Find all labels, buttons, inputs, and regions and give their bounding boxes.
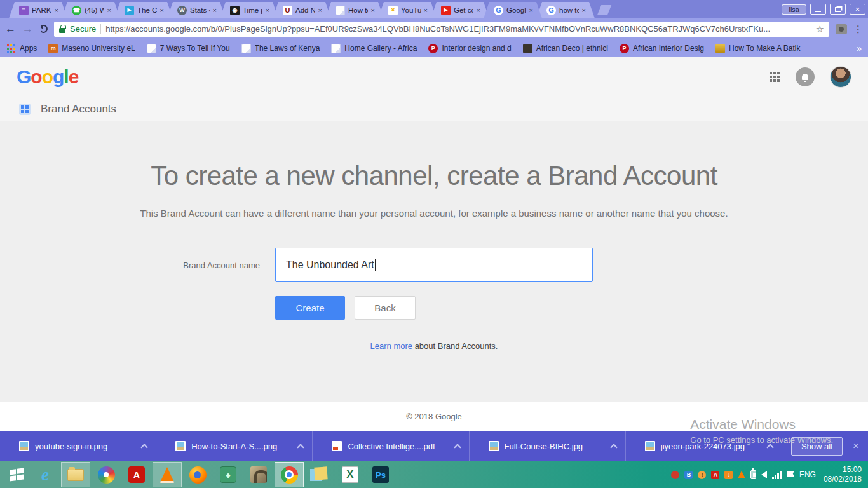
download-item[interactable]: Full-Course-BIHC.jpg xyxy=(470,431,626,461)
adobe-tray-icon[interactable]: A xyxy=(711,471,719,479)
tab-how-to-search[interactable]: G how to s × xyxy=(536,2,595,18)
brand-account-name-label: Brand Account name xyxy=(183,261,260,270)
chrome-icon xyxy=(281,466,298,484)
taskbar-internet-explorer[interactable]: e xyxy=(31,462,60,487)
tab-udemy[interactable]: U Add Nev × xyxy=(273,2,331,18)
download-bar-actions: Show all × xyxy=(782,431,868,461)
address-bar[interactable]: Secure https://accounts.google.com/b/0/P… xyxy=(54,22,829,37)
alert-tray-icon[interactable]: ! xyxy=(698,471,706,479)
bluetooth-icon[interactable]: B xyxy=(684,471,693,479)
tab-close-icon[interactable]: × xyxy=(213,6,217,14)
bookmark-apps[interactable]: Apps xyxy=(6,44,37,53)
bookmark-african-deco[interactable]: African Deco | ethnici xyxy=(523,44,608,53)
learn-more-link[interactable]: Learn more xyxy=(370,341,412,351)
bookmarks-overflow-chevron[interactable]: » xyxy=(857,43,862,53)
taskbar-sticky-notes[interactable] xyxy=(305,462,334,487)
tab-time-photo[interactable]: ◉ Time ph × xyxy=(220,2,278,18)
download-item[interactable]: youtube-sign-in.png xyxy=(0,431,156,461)
chevron-up-icon[interactable] xyxy=(297,444,304,451)
tray-app-icon[interactable] xyxy=(671,471,679,479)
signal-bar xyxy=(775,475,776,479)
tab-close-icon[interactable]: × xyxy=(160,6,164,14)
taskbar-adobe-reader[interactable]: A xyxy=(122,462,151,487)
bookmark-7-ways[interactable]: 7 Ways To Tell If You xyxy=(147,44,230,53)
tab-close-icon[interactable]: × xyxy=(371,6,375,14)
bookmark-batik[interactable]: How To Make A Batik xyxy=(715,44,801,53)
bookmark-african-interior[interactable]: P African Interior Desig xyxy=(620,44,704,53)
bookmark-maseno[interactable]: m Maseno University eL xyxy=(48,44,135,53)
google-icon: G xyxy=(546,6,556,15)
tab-parkla[interactable]: ≡ PARKLA × xyxy=(9,2,67,18)
tab-how-to[interactable]: How to × xyxy=(325,2,384,18)
tab-get-com[interactable]: ▶ Get com × xyxy=(431,2,489,18)
tab-close-icon[interactable]: × xyxy=(55,6,58,14)
back-button[interactable]: Back xyxy=(355,296,416,320)
chevron-up-icon[interactable] xyxy=(141,444,148,451)
new-tab-button[interactable] xyxy=(597,5,611,15)
taskbar-excel[interactable]: X xyxy=(336,462,365,487)
url-text[interactable]: https://accounts.google.com/b/0/PlusPage… xyxy=(105,24,811,34)
taskbar-vlc[interactable] xyxy=(153,462,182,487)
brand-account-name-input[interactable]: The Unbounded Art xyxy=(275,248,593,282)
volume-icon[interactable] xyxy=(761,471,767,478)
tab-whatsapp[interactable]: ☎ (45) Wha × xyxy=(62,2,120,18)
tab-close-icon[interactable]: × xyxy=(318,6,322,14)
chevron-up-icon[interactable] xyxy=(610,444,617,451)
tab-close-icon[interactable]: × xyxy=(424,6,428,14)
bookmark-star-icon[interactable]: ☆ xyxy=(816,24,824,35)
language-indicator[interactable]: ENG xyxy=(799,470,816,479)
taskbar-photoshop[interactable]: Ps xyxy=(366,462,395,487)
chrome-menu-icon[interactable]: ⋮ xyxy=(853,24,863,35)
google-apps-grid-icon[interactable] xyxy=(769,71,780,83)
tab-close-icon[interactable]: × xyxy=(582,6,586,14)
vlc-tray-icon[interactable] xyxy=(738,471,745,478)
account-avatar[interactable] xyxy=(830,66,851,88)
bookmark-home-gallery[interactable]: Home Gallery - Africa xyxy=(331,44,417,53)
taskbar-picasa[interactable] xyxy=(92,462,121,487)
taskbar-chrome[interactable] xyxy=(275,462,304,487)
create-button[interactable]: Create xyxy=(275,296,345,320)
tab-the-cam[interactable]: ▶ The Cam × xyxy=(114,2,173,18)
download-bar-close-icon[interactable]: × xyxy=(853,440,859,452)
wordpress-icon: W xyxy=(177,6,187,15)
download-item[interactable]: How-to-Start-A-S....png xyxy=(156,431,313,461)
tab-close-icon[interactable]: × xyxy=(266,6,269,14)
tab-close-icon[interactable]: × xyxy=(529,6,533,14)
notifications-bell-icon[interactable] xyxy=(796,67,815,86)
tab-close-icon[interactable]: × xyxy=(477,6,480,14)
tab-close-icon[interactable]: × xyxy=(107,6,111,14)
show-all-button[interactable]: Show all xyxy=(791,437,843,456)
tab-label: Stats ‹ O xyxy=(190,6,210,14)
refresh-icon[interactable] xyxy=(39,25,48,33)
taskbar-firefox[interactable] xyxy=(183,462,212,487)
brand-name-form: Brand Account name The Unbounded Art xyxy=(275,248,593,282)
taskbar-file-explorer[interactable] xyxy=(61,462,90,487)
forward-icon[interactable]: → xyxy=(22,24,33,34)
restore-button[interactable] xyxy=(830,4,846,15)
action-center-flag-icon[interactable] xyxy=(787,471,794,477)
chevron-up-icon[interactable] xyxy=(766,444,773,451)
screenshot-extension-icon[interactable] xyxy=(836,24,847,34)
tab-wordpress-stats[interactable]: W Stats ‹ O × xyxy=(167,2,226,18)
taskbar-gem-app[interactable]: ♦ xyxy=(214,462,243,487)
chevron-up-icon[interactable] xyxy=(454,444,461,451)
taskbar-clock[interactable]: 15:00 08/02/2018 xyxy=(824,465,862,484)
minimize-button[interactable] xyxy=(810,4,826,15)
download-item[interactable]: jiyeon-park-224073.jpg xyxy=(626,431,782,461)
tab-google-active[interactable]: G Google × xyxy=(484,2,542,18)
tab-youtube-wix[interactable]: × YouTube × xyxy=(378,2,437,18)
close-button[interactable] xyxy=(850,4,865,15)
download-item[interactable]: Collective Intellige....pdf xyxy=(313,431,469,461)
start-button[interactable] xyxy=(4,462,29,487)
bookmark-interior-design[interactable]: P Interior design and d xyxy=(428,44,511,53)
google-logo[interactable]: Google xyxy=(17,66,78,88)
network-signal-icon[interactable] xyxy=(772,471,782,479)
page-heading: To create a new channel, create a Brand … xyxy=(0,161,868,191)
taskbar-arch-app[interactable] xyxy=(244,462,273,487)
back-icon[interactable]: ← xyxy=(5,24,16,34)
apps-grid-icon xyxy=(6,44,16,53)
page-icon xyxy=(336,6,345,15)
idm-tray-icon[interactable]: ↓ xyxy=(724,471,733,479)
bookmark-laws-of-kenya[interactable]: The Laws of Kenya xyxy=(241,44,320,53)
browser-profile-chip[interactable]: lisa xyxy=(782,4,806,15)
